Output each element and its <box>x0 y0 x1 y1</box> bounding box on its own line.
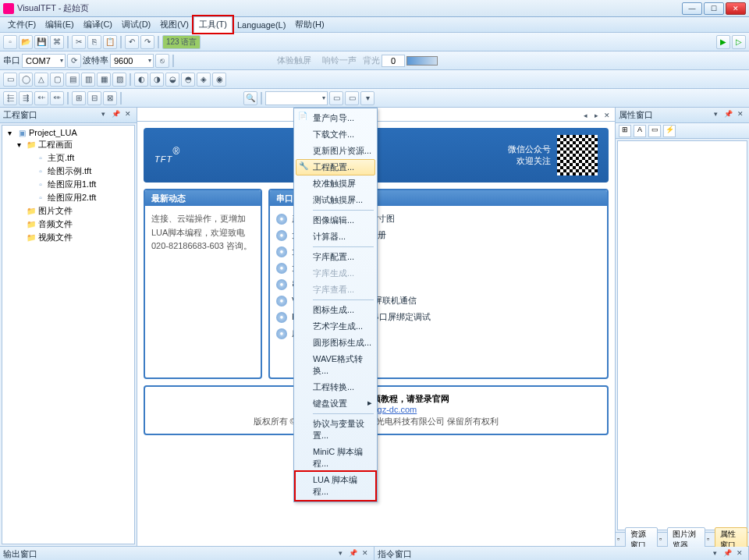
open-icon[interactable]: 📂 <box>19 35 33 49</box>
dropdown-item[interactable]: 量产向导...📄 <box>296 110 375 126</box>
menu-language[interactable]: Language(L) <box>233 19 290 31</box>
prop-pg-icon[interactable]: ▭ <box>648 125 661 137</box>
dropdown-item[interactable]: 校准触摸屏 <box>296 175 375 192</box>
run-icon[interactable]: ▶ <box>716 35 730 49</box>
out-close-icon[interactable]: ✕ <box>360 549 371 560</box>
maximize-button[interactable]: ☐ <box>704 2 724 15</box>
property-grid[interactable] <box>617 140 747 530</box>
dropdown-item[interactable]: 圆形图标生成... <box>296 335 375 351</box>
cut-icon[interactable]: ✂ <box>72 35 86 49</box>
touch-test[interactable]: 体验触屏 <box>272 55 316 66</box>
saveall-icon[interactable]: ⌘ <box>50 35 64 49</box>
play-icon[interactable]: ▷ <box>732 35 746 49</box>
port-combo[interactable]: COM7 <box>22 54 66 68</box>
w1-icon[interactable]: ▭ <box>3 73 17 87</box>
tree-file[interactable]: 绘图应用1.tft <box>48 179 96 190</box>
dropdown-item[interactable]: 测试触摸屏... <box>296 192 375 208</box>
dropdown-item[interactable]: 键盘设置 <box>296 395 375 412</box>
tab-close-icon[interactable]: ✕ <box>602 112 612 121</box>
tree-group-images[interactable]: 图片文件 <box>38 205 73 217</box>
w4-icon[interactable]: ▢ <box>50 73 64 87</box>
dropdown-item[interactable]: 工程配置...🔧 <box>296 159 375 175</box>
menu-edit[interactable]: 编辑(E) <box>41 17 79 32</box>
menu-debug[interactable]: 调试(D) <box>117 17 155 32</box>
menu-tools[interactable]: 工具(T) <box>193 16 233 33</box>
tree-file[interactable]: 绘图应用2.tft <box>48 192 96 204</box>
dropdown-item[interactable]: 字库配置... <box>296 249 375 265</box>
w10-icon[interactable]: ◑ <box>150 73 164 87</box>
w6-icon[interactable]: ▥ <box>81 73 95 87</box>
bell-test[interactable]: 响铃一声 <box>318 55 361 66</box>
undo-icon[interactable]: ↶ <box>125 35 139 49</box>
project-tree[interactable]: ▾▣Project_LUA ▾📁工程画面 ▫主页.tft ▫绘图示例.tft ▫… <box>2 125 135 544</box>
zoom-icon[interactable]: 🔍 <box>243 91 257 105</box>
menu-compile[interactable]: 编译(C) <box>79 17 117 32</box>
prop-az-icon[interactable]: A <box>634 125 646 137</box>
prop-ev-icon[interactable]: ⚡ <box>663 125 676 137</box>
tab-prev-icon[interactable]: ◂ <box>580 112 590 121</box>
panel-pin-icon[interactable]: 📌 <box>110 110 121 121</box>
refresh-icon[interactable]: ⟳ <box>67 54 81 68</box>
w12-icon[interactable]: ◓ <box>181 73 195 87</box>
w2-icon[interactable]: ◯ <box>19 73 33 87</box>
out-pin-icon[interactable]: 📌 <box>347 549 358 560</box>
dropdown-item[interactable]: 图标生成... <box>296 302 375 318</box>
a4-icon[interactable]: ⬵ <box>50 91 64 105</box>
z1-icon[interactable]: ▭ <box>329 91 343 105</box>
menu-view[interactable]: 视图(V) <box>155 17 193 32</box>
minimize-button[interactable]: — <box>682 2 702 15</box>
dropdown-item[interactable]: 工程转换... <box>296 379 375 395</box>
copy-icon[interactable]: ⎘ <box>87 35 101 49</box>
paste-icon[interactable]: 📋 <box>103 35 117 49</box>
dropdown-item[interactable]: 协议与变量设置... <box>296 416 375 444</box>
w11-icon[interactable]: ◒ <box>165 73 179 87</box>
cmd-pin-icon[interactable]: 📌 <box>722 549 733 560</box>
tree-group-video[interactable]: 视频文件 <box>38 232 73 243</box>
tree-file[interactable]: 主页.tft <box>48 152 74 164</box>
w8-icon[interactable]: ▧ <box>112 73 126 87</box>
dropdown-item[interactable]: 下载文件... <box>296 126 375 143</box>
zoom-combo[interactable] <box>265 91 328 105</box>
redo-icon[interactable]: ↷ <box>140 35 154 49</box>
dropdown-item[interactable]: 图像编辑... <box>296 212 375 229</box>
a3-icon[interactable]: ⬴ <box>34 91 48 105</box>
dropdown-item[interactable]: 计算器... <box>296 229 375 245</box>
w5-icon[interactable]: ▤ <box>66 73 80 87</box>
w9-icon[interactable]: ◐ <box>134 73 148 87</box>
a7-icon[interactable]: ⊠ <box>103 91 117 105</box>
tree-group-audio[interactable]: 音频文件 <box>38 218 73 230</box>
dropdown-item[interactable]: 更新图片资源... <box>296 143 375 159</box>
prop-cat-icon[interactable]: ⊞ <box>619 125 631 137</box>
backlight-input[interactable] <box>382 55 405 67</box>
w14-icon[interactable]: ◉ <box>212 73 226 87</box>
w3-icon[interactable]: △ <box>34 73 48 87</box>
out-menu-icon[interactable]: ▾ <box>335 549 346 560</box>
a5-icon[interactable]: ⊞ <box>72 91 86 105</box>
baud-combo[interactable]: 9600 <box>110 54 154 68</box>
tab-next-icon[interactable]: ▸ <box>591 112 601 121</box>
dropdown-item[interactable]: WAVE格式转换... <box>296 351 375 379</box>
close-button[interactable]: ✕ <box>726 2 746 15</box>
menu-help[interactable]: 帮助(H) <box>290 17 328 32</box>
z3-icon[interactable]: ▾ <box>360 91 374 105</box>
panel-close-icon[interactable]: ✕ <box>122 110 133 121</box>
prop-menu-icon[interactable]: ▾ <box>710 110 721 121</box>
menu-file[interactable]: 文件(F) <box>3 17 41 32</box>
dropdown-item[interactable]: 艺术字生成... <box>296 318 375 335</box>
lang-button[interactable]: 123 语言 <box>162 35 201 49</box>
dropdown-item[interactable]: LUA 脚本编程... <box>296 472 375 500</box>
prop-pin-icon[interactable]: 📌 <box>722 110 733 121</box>
w7-icon[interactable]: ▦ <box>97 73 111 87</box>
backlight-slider[interactable] <box>406 56 438 66</box>
z2-icon[interactable]: ▭ <box>345 91 359 105</box>
prop-close-icon[interactable]: ✕ <box>735 110 746 121</box>
tree-group-pages[interactable]: 工程画面 <box>38 139 73 151</box>
dropdown-item[interactable]: MiniC 脚本编程... <box>296 444 375 472</box>
tree-root[interactable]: Project_LUA <box>29 128 77 137</box>
connect-icon[interactable]: ⎋ <box>155 54 169 68</box>
a1-icon[interactable]: ⬱ <box>3 91 17 105</box>
a2-icon[interactable]: ⇶ <box>19 91 33 105</box>
new-icon[interactable]: ▫ <box>3 35 17 49</box>
tree-file[interactable]: 绘图示例.tft <box>48 165 91 177</box>
cmd-close-icon[interactable]: ✕ <box>734 549 745 560</box>
